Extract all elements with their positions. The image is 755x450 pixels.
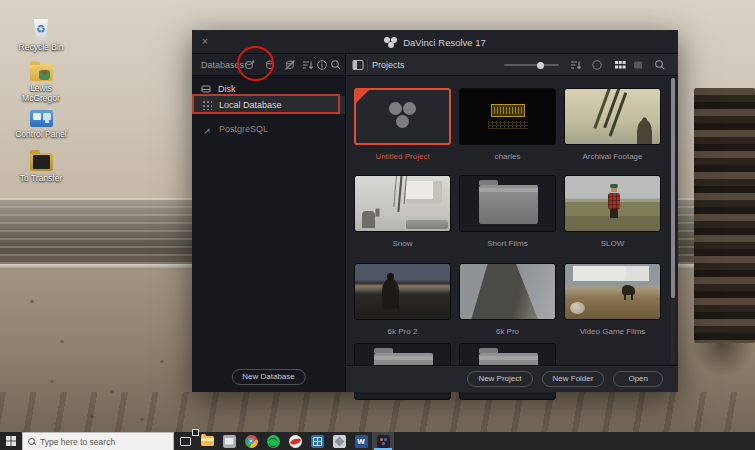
- thumbnail-art: [382, 279, 399, 309]
- refresh-icon[interactable]: [591, 59, 603, 71]
- davinci-resolve-taskbar-button[interactable]: [372, 432, 394, 450]
- search-icon[interactable]: [330, 59, 342, 71]
- thumbnail-art: [460, 264, 555, 319]
- mail-icon: [223, 435, 236, 448]
- davinci-resolve-icon: [377, 435, 390, 448]
- project-card-short-films[interactable]: Short Films: [459, 175, 556, 248]
- mail-button[interactable]: [218, 432, 240, 450]
- thumbnail-size-slider[interactable]: [504, 64, 559, 66]
- desktop-icon-recycle-bin[interactable]: ♻ Recycle Bin: [6, 19, 76, 53]
- search-icon[interactable]: [654, 59, 666, 71]
- disk-icon: [201, 84, 211, 94]
- taskbar: W: [0, 432, 755, 450]
- sort-icon[interactable]: [302, 59, 314, 71]
- projects-bottom-bar: New Project New Folder Open: [346, 365, 678, 392]
- windows-logo-icon: [6, 436, 16, 446]
- control-panel-icon: [30, 110, 53, 127]
- task-view-button[interactable]: [174, 432, 196, 450]
- project-thumbnail: [564, 263, 661, 320]
- project-card-6k-pro-2[interactable]: 6k Pro 2: [354, 263, 451, 336]
- project-name: Video Game Films: [564, 327, 661, 336]
- new-database-button[interactable]: New Database: [231, 369, 305, 385]
- postgresql-item[interactable]: PostgreSQL: [203, 124, 268, 134]
- thumbnail-art: [488, 121, 528, 129]
- new-folder-button[interactable]: New Folder: [542, 371, 605, 387]
- project-name: Untitled Project: [354, 152, 451, 161]
- project-card-video-game-films[interactable]: Video Game Films: [564, 263, 661, 336]
- desktop-icon-user-folder[interactable]: Lewis McGregor: [6, 64, 76, 103]
- project-card-charles[interactable]: charles: [459, 88, 556, 161]
- photos-button[interactable]: [328, 432, 350, 450]
- slider-knob[interactable]: [537, 62, 544, 69]
- desktop-icon-control-panel[interactable]: Control Panel: [6, 110, 76, 140]
- thumbnail-art: [406, 220, 448, 229]
- calculator-button[interactable]: [306, 432, 328, 450]
- spotify-button[interactable]: [262, 432, 284, 450]
- project-thumbnail: [564, 88, 661, 145]
- thumbnail-art: [389, 102, 402, 115]
- disk-group-label: Disk: [218, 84, 236, 94]
- chrome-button[interactable]: [240, 432, 262, 450]
- sort-icon[interactable]: [570, 59, 582, 71]
- thumbnail-art: [491, 104, 525, 117]
- postgresql-label: PostgreSQL: [219, 124, 268, 134]
- info-icon[interactable]: [316, 59, 328, 71]
- project-name: Snow: [354, 239, 451, 248]
- project-card-slow[interactable]: SLOW: [564, 175, 661, 248]
- new-project-button[interactable]: New Project: [467, 371, 532, 387]
- media-player-button[interactable]: [284, 432, 306, 450]
- chrome-icon: [245, 435, 258, 448]
- spotify-icon: [267, 435, 280, 448]
- window-title: DaVinci Resolve 17: [403, 37, 486, 48]
- desktop-icon-label: Recycle Bin: [6, 43, 76, 53]
- media-player-icon: [289, 435, 302, 448]
- panel-toggle-icon[interactable]: [352, 59, 364, 71]
- project-thumbnail: [354, 263, 451, 320]
- desktop-icon-label: Lewis McGregor: [15, 84, 67, 103]
- project-card-snow[interactable]: Snow: [354, 175, 451, 248]
- project-name: 6k Pro: [459, 327, 556, 336]
- search-input[interactable]: [40, 437, 160, 447]
- search-icon: [28, 438, 36, 446]
- word-button[interactable]: W: [350, 432, 372, 450]
- taskbar-search[interactable]: [22, 432, 174, 450]
- photos-icon: [333, 435, 346, 448]
- list-view-icon[interactable]: [632, 59, 644, 71]
- project-name: charles: [459, 152, 556, 161]
- thumbnail-art: [362, 211, 375, 228]
- postgresql-icon: [203, 125, 212, 134]
- project-thumbnail: [354, 88, 451, 145]
- desktop-icon-to-transfer[interactable]: To Transfer: [6, 153, 76, 184]
- calculator-icon: [311, 435, 324, 448]
- recycle-bin-icon: ♻: [33, 19, 50, 40]
- grid-view-icon[interactable]: [614, 59, 626, 71]
- file-explorer-icon: [201, 436, 214, 446]
- davinci-resolve-logo-icon: [384, 37, 397, 48]
- desktop-icon-label: To Transfer: [6, 174, 76, 184]
- folder-thumbnail: [459, 175, 556, 232]
- davinci-resolve-window: × DaVinci Resolve 17 Databases: [192, 30, 678, 392]
- word-icon: W: [355, 435, 368, 448]
- projects-header: Projects: [346, 54, 678, 76]
- disk-group-header[interactable]: Disk: [201, 84, 236, 94]
- thumbnail-art: [622, 285, 635, 295]
- thumbnail-art: [610, 209, 618, 218]
- project-card-untitled-project[interactable]: Untitled Project: [354, 88, 451, 161]
- start-button[interactable]: [0, 432, 22, 450]
- projects-title: Projects: [372, 60, 405, 70]
- dark-folder-icon: [30, 153, 53, 171]
- project-thumbnail: [459, 88, 556, 145]
- project-thumbnail: [564, 175, 661, 232]
- folder-icon: [479, 185, 538, 224]
- annotation-circle: [237, 46, 274, 81]
- disconnect-database-icon[interactable]: [284, 59, 296, 71]
- thumbnail-art: [573, 266, 649, 281]
- file-explorer-button[interactable]: [196, 432, 218, 450]
- projects-panel: Projects: [345, 54, 678, 392]
- scrollbar-thumb[interactable]: [671, 78, 675, 298]
- project-card-6k-pro[interactable]: 6k Pro: [459, 263, 556, 336]
- project-card-archival-footage[interactable]: Archival Footage: [564, 88, 661, 161]
- thumbnail-art: [608, 193, 620, 209]
- open-button[interactable]: Open: [613, 371, 663, 387]
- scrollbar-track[interactable]: [671, 77, 675, 364]
